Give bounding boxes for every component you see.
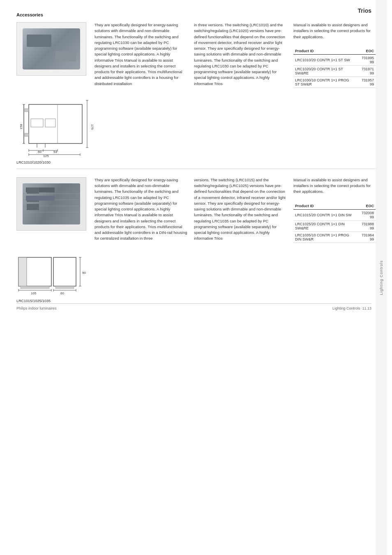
svg-rect-2 — [31, 119, 43, 127]
vertical-section-label: Lighting Controls — [376, 0, 387, 555]
section1-text-col1: They are specifically designed for energ… — [95, 22, 189, 88]
svg-text:90: 90 — [82, 271, 86, 275]
table1-product-cell: LRC1030/10 CONTR 1×1 PROG ST SW&R — [293, 76, 356, 88]
diagram1-svg: 158 175 60 54 125 — [16, 96, 99, 158]
page-title: Trios — [358, 7, 371, 14]
table1-product-cell: LRC1020/20 CONTR 1×1 ST SW&RE — [293, 65, 356, 76]
diagram2-label: LRC1015/1025/1035 — [16, 299, 99, 303]
section1-product-table: Product ID EOC LRC1010/20 CONTR 1×1 ST S… — [293, 48, 376, 88]
footer-right-text: Lighting Controls 11.13 — [332, 306, 371, 310]
diagram2-svg: 90 105 60 — [16, 251, 95, 296]
section1-table-wrapper: Product ID EOC LRC1010/20 CONTR 1×1 ST S… — [293, 48, 376, 88]
table-row: LRC1010/20 CONTR 1×1 ST SW731995 99 — [293, 54, 376, 65]
table2-eoc-cell: 731964 99 — [356, 231, 376, 243]
svg-rect-34 — [27, 204, 39, 210]
svg-rect-33 — [27, 196, 39, 202]
diagram2-box: 90 105 60 LRC1015/1025/1035 — [16, 251, 99, 303]
table1-col2-header: EOC — [356, 48, 376, 55]
product-img-inner-2 — [23, 183, 80, 224]
table2-eoc-cell: 732008 99 — [356, 209, 376, 220]
svg-rect-37 — [53, 257, 76, 286]
section2-text-col3: Manual is available to assist designers … — [293, 177, 376, 195]
section2-table-wrapper: Product ID EOC LRC1015/20 CONTR 1×1 DIN … — [293, 203, 376, 243]
svg-text:175: 175 — [90, 124, 94, 130]
svg-rect-32 — [27, 187, 39, 194]
footer-left-text: Philips indoor luminaires — [16, 306, 57, 310]
divider1 — [16, 169, 376, 169]
diagram1-label: LRC1010/1020/1030 — [16, 160, 107, 164]
diagram1-box: 158 175 60 54 125 — [16, 96, 107, 164]
table1-eoc-cell: 731995 99 — [356, 54, 376, 65]
diagram1-section: 158 175 60 54 125 — [16, 96, 376, 164]
product-image-1 — [16, 22, 90, 88]
section1-text-col3: Manual is available to assist designers … — [293, 22, 376, 40]
svg-rect-27 — [25, 133, 29, 136]
table2-product-cell: LRC1025/20 CONTR 1×1 DIN SW&RE — [293, 220, 356, 231]
product-image-2 — [16, 177, 90, 243]
diagram2-section: 90 105 60 LRC1015/1025/1035 — [16, 251, 376, 303]
section2-text-columns: They are specifically designed for energ… — [95, 177, 376, 243]
table-row: LRC1015/20 CONTR 1×1 DIN SW732008 99 — [293, 209, 376, 220]
table-row: LRC1025/20 CONTR 1×1 DIN SW&RE731988 99 — [293, 220, 376, 231]
product-img2-overlay — [23, 183, 80, 224]
svg-text:158: 158 — [19, 124, 23, 130]
section2-right-col: Manual is available to assist designers … — [293, 177, 376, 243]
table-row: LRC1020/20 CONTR 1×1 ST SW&RE731971 99 — [293, 65, 376, 76]
svg-rect-51 — [55, 286, 74, 289]
svg-text:105: 105 — [31, 291, 37, 295]
section1-text-col2: in three versions. The switching (LRC101… — [194, 22, 288, 88]
section2-text-col2: versions. The switching (LRC1015) and th… — [194, 177, 288, 243]
product-image-box-2 — [16, 177, 86, 231]
section1-right-col: Manual is available to assist designers … — [293, 22, 376, 88]
svg-rect-26 — [25, 109, 29, 112]
product-img-inner-1 — [23, 28, 80, 69]
section2-text-col1: They are specifically designed for energ… — [95, 177, 189, 243]
table2-product-cell: LRC1015/20 CONTR 1×1 DIN SW — [293, 209, 356, 220]
section1: They are specifically designed for energ… — [16, 22, 376, 88]
table2-eoc-cell: 731988 99 — [356, 220, 376, 231]
product-image-box-1 — [16, 22, 86, 76]
section1-text-columns: They are specifically designed for energ… — [95, 22, 376, 88]
page-footer: Philips indoor luminaires Lighting Contr… — [16, 303, 371, 310]
table2-product-cell: LRC1035/10 CONTR 1×1 PROG DIN SW&R — [293, 231, 356, 243]
table1-eoc-cell: 731957 99 — [356, 76, 376, 88]
table1-eoc-cell: 731971 99 — [356, 65, 376, 76]
table2-col2-header: EOC — [356, 203, 376, 210]
table1-col1-header: Product ID — [293, 48, 356, 55]
svg-rect-36 — [18, 257, 27, 286]
section2: They are specifically designed for energ… — [16, 177, 376, 243]
section2-product-table: Product ID EOC LRC1015/20 CONTR 1×1 DIN … — [293, 203, 376, 243]
svg-rect-50 — [21, 286, 49, 289]
table2-col1-header: Product ID — [293, 203, 356, 210]
section-heading: Accessories — [16, 12, 376, 17]
table-row: LRC1030/10 CONTR 1×1 PROG ST SW&R731957 … — [293, 76, 376, 88]
table1-product-cell: LRC1010/20 CONTR 1×1 ST SW — [293, 54, 356, 65]
table-row: LRC1035/10 CONTR 1×1 PROG DIN SW&R731964… — [293, 231, 376, 243]
svg-text:60: 60 — [60, 291, 64, 295]
svg-rect-3 — [45, 119, 55, 127]
